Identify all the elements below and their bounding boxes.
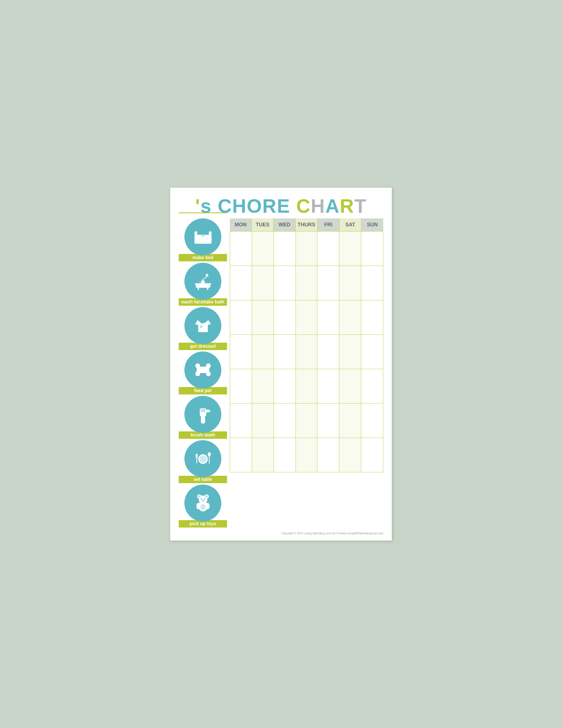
svg-rect-26 xyxy=(204,409,205,412)
chore-icon-get-dressed xyxy=(185,307,221,344)
svg-point-41 xyxy=(205,495,208,498)
cell-sat-2[interactable] xyxy=(339,266,361,300)
cell-fri-7[interactable] xyxy=(317,438,339,472)
table-row xyxy=(230,438,383,472)
svg-point-43 xyxy=(204,498,205,500)
day-sun: SUN xyxy=(361,218,383,231)
svg-point-45 xyxy=(196,503,200,510)
chore-item-make-bed: make bed xyxy=(179,218,227,261)
cell-sat-7[interactable] xyxy=(339,438,361,472)
cell-tues-5[interactable] xyxy=(252,369,274,403)
toothbrush-icon xyxy=(192,404,214,425)
day-fri: FRI xyxy=(318,218,339,231)
cell-thurs-6[interactable] xyxy=(296,404,318,438)
table-row xyxy=(230,266,383,300)
cell-fri-1[interactable] xyxy=(317,231,339,266)
cell-wed-2[interactable] xyxy=(274,266,296,300)
cell-mon-3[interactable] xyxy=(230,300,252,334)
cell-mon-4[interactable] xyxy=(230,335,252,369)
cell-thurs-7[interactable] xyxy=(296,438,318,472)
cell-sun-3[interactable] xyxy=(361,300,383,334)
title-chart-h: H xyxy=(311,195,325,217)
title-apostrophe: ' xyxy=(195,195,200,217)
cell-mon-1[interactable] xyxy=(230,231,252,266)
svg-rect-6 xyxy=(195,238,211,239)
svg-rect-14 xyxy=(207,288,208,290)
cell-fri-3[interactable] xyxy=(317,300,339,334)
cell-thurs-4[interactable] xyxy=(296,335,318,369)
cell-wed-5[interactable] xyxy=(274,369,296,403)
table-row xyxy=(230,231,383,266)
chore-icon-make-bed xyxy=(185,218,221,255)
svg-point-29 xyxy=(199,455,207,463)
cell-tues-1[interactable] xyxy=(252,231,274,266)
copyright-text: Copyright © 2014 Living Spending Less In… xyxy=(281,532,383,535)
cell-mon-5[interactable] xyxy=(230,369,252,403)
cell-sat-1[interactable] xyxy=(339,231,361,266)
cell-sat-4[interactable] xyxy=(339,335,361,369)
cell-sat-5[interactable] xyxy=(339,369,361,403)
cell-sun-5[interactable] xyxy=(361,369,383,403)
cell-wed-1[interactable] xyxy=(274,231,296,266)
cell-sun-2[interactable] xyxy=(361,266,383,300)
header: 's CHORE CHART xyxy=(179,196,383,216)
svg-rect-22 xyxy=(201,415,205,423)
cell-thurs-1[interactable] xyxy=(296,231,318,266)
cell-mon-7[interactable] xyxy=(230,438,252,472)
chores-column: make bed xyxy=(179,218,227,528)
cell-mon-6[interactable] xyxy=(230,404,252,438)
title-chart-c: C xyxy=(296,195,311,217)
cell-sun-6[interactable] xyxy=(361,404,383,438)
chore-item-brush-teeth: brush teeth xyxy=(179,396,227,439)
day-thurs: THURS xyxy=(295,218,317,231)
cell-wed-6[interactable] xyxy=(274,404,296,438)
svg-line-8 xyxy=(202,277,207,281)
bed-icon xyxy=(192,226,214,247)
cell-fri-2[interactable] xyxy=(317,266,339,300)
cell-fri-4[interactable] xyxy=(317,335,339,369)
cell-fri-6[interactable] xyxy=(317,404,339,438)
bone-icon xyxy=(192,359,214,380)
cell-thurs-3[interactable] xyxy=(296,300,318,334)
table-row xyxy=(230,334,383,369)
table-row xyxy=(230,300,383,334)
cell-wed-4[interactable] xyxy=(274,335,296,369)
cell-tues-6[interactable] xyxy=(252,404,274,438)
title-chore: CHORE xyxy=(218,195,296,217)
title-chart-a: A xyxy=(325,195,340,217)
cell-sat-6[interactable] xyxy=(339,404,361,438)
cell-tues-7[interactable] xyxy=(252,438,274,472)
title-chart-r: R xyxy=(340,195,354,217)
svg-point-10 xyxy=(200,282,201,283)
svg-rect-34 xyxy=(209,456,210,464)
cell-tues-3[interactable] xyxy=(252,300,274,334)
cell-wed-3[interactable] xyxy=(274,300,296,334)
day-sat: SAT xyxy=(339,218,361,231)
cell-fri-5[interactable] xyxy=(317,369,339,403)
toy-icon xyxy=(192,492,214,514)
svg-rect-21 xyxy=(197,367,210,373)
svg-rect-31 xyxy=(196,454,196,458)
cell-thurs-5[interactable] xyxy=(296,369,318,403)
chore-chart-page: 's CHORE CHART xyxy=(170,188,392,541)
svg-rect-30 xyxy=(196,454,197,464)
cell-sat-3[interactable] xyxy=(339,300,361,334)
chore-grid: MON TUES WED THURS FRI SAT SUN xyxy=(230,218,383,472)
cell-tues-4[interactable] xyxy=(252,335,274,369)
cell-sun-7[interactable] xyxy=(361,438,383,472)
day-tues: TUES xyxy=(252,218,274,231)
cell-sun-1[interactable] xyxy=(361,231,383,266)
day-headers: MON TUES WED THURS FRI SAT SUN xyxy=(230,218,383,231)
main-content: make bed xyxy=(179,218,383,528)
cell-mon-2[interactable] xyxy=(230,266,252,300)
cell-wed-7[interactable] xyxy=(274,438,296,472)
chore-icon-set-table xyxy=(185,440,221,477)
svg-rect-5 xyxy=(205,235,210,237)
day-wed: WED xyxy=(274,218,295,231)
chore-item-pick-up-toys: pick up toys xyxy=(179,485,227,528)
cell-thurs-2[interactable] xyxy=(296,266,318,300)
cell-sun-4[interactable] xyxy=(361,335,383,369)
cell-tues-2[interactable] xyxy=(252,266,274,300)
bath-icon xyxy=(192,270,214,292)
svg-point-35 xyxy=(208,452,211,456)
